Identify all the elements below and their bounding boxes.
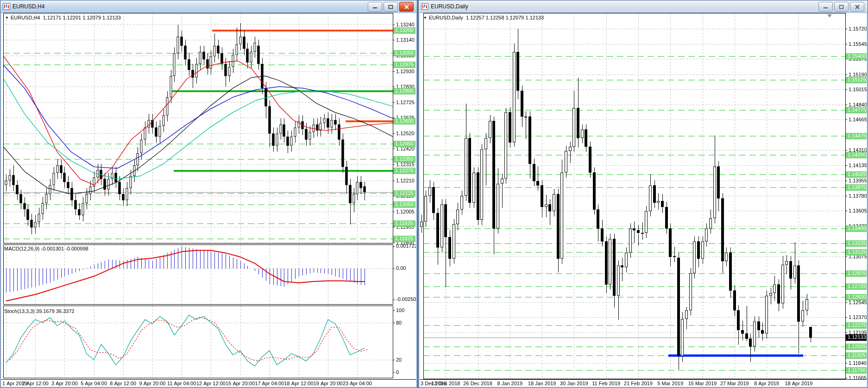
window-title: EURUSD,H4 bbox=[13, 3, 44, 10]
window-title: EURUSD,Daily bbox=[431, 3, 468, 10]
legend-symbol: EURUSD,Daily bbox=[429, 15, 463, 20]
chart-window-icon bbox=[421, 3, 428, 10]
titlebar-daily[interactable]: EURUSD,Daily bbox=[419, 0, 868, 13]
chart-client-h4[interactable]: ▼EURUSD,H4 1.12171 1.12201 1.12079 1.121… bbox=[1, 13, 416, 387]
restore-button[interactable] bbox=[834, 2, 849, 12]
minimize-button[interactable] bbox=[368, 2, 382, 12]
legend-ohlc: 1.12257 1.12258 1.12079 1.12133 bbox=[466, 15, 544, 20]
chart-window-icon bbox=[3, 3, 10, 10]
close-button[interactable] bbox=[850, 2, 864, 12]
mdi-workspace: EURUSD,H4 ▼EURUSD,H4 1.12171 1.12201 1.1… bbox=[0, 0, 868, 388]
chart-window-eurusd-daily: EURUSD,Daily ▼EURUSD,Daily 1.12257 1.122… bbox=[418, 0, 868, 388]
chart-legend-h4[interactable]: ▼EURUSD,H4 1.12171 1.12201 1.12079 1.121… bbox=[5, 15, 121, 20]
stoch-indicator-label: Stoch(13,3,3) 39.1679 36.3372 bbox=[4, 308, 75, 314]
h4-chart-canvas[interactable] bbox=[1, 13, 416, 387]
close-button[interactable] bbox=[399, 2, 414, 12]
minimize-button[interactable] bbox=[818, 2, 833, 12]
legend-symbol: EURUSD,H4 bbox=[11, 15, 40, 20]
chart-client-daily[interactable]: ▼EURUSD,Daily 1.12257 1.12258 1.12079 1.… bbox=[420, 13, 867, 387]
chevron-down-icon: ▼ bbox=[5, 16, 9, 20]
macd-indicator-label: MACD(12,26,9) -0.001301 -0.000998 bbox=[4, 246, 88, 251]
daily-chart-canvas[interactable] bbox=[420, 13, 867, 387]
chart-legend-daily[interactable]: ▼EURUSD,Daily 1.12257 1.12258 1.12079 1.… bbox=[423, 15, 544, 20]
titlebar-h4[interactable]: EURUSD,H4 bbox=[0, 0, 417, 13]
restore-button[interactable] bbox=[384, 2, 398, 12]
chevron-down-icon: ▼ bbox=[423, 16, 427, 20]
legend-ohlc: 1.12171 1.12201 1.12079 1.12133 bbox=[43, 15, 121, 20]
chart-window-eurusd-h4: EURUSD,H4 ▼EURUSD,H4 1.12171 1.12201 1.1… bbox=[0, 0, 417, 388]
